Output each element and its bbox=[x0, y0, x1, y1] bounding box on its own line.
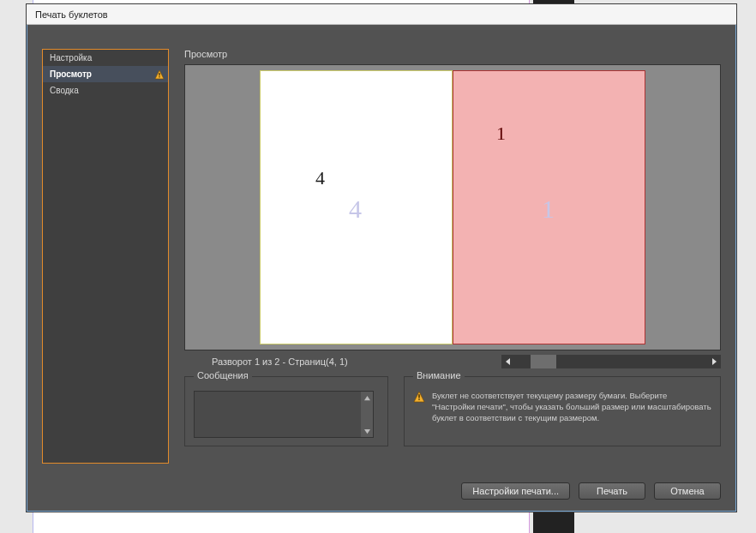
svg-marker-6 bbox=[364, 428, 370, 433]
svg-marker-3 bbox=[506, 358, 510, 365]
attention-text: Буклет не соответствует текущему размеру… bbox=[432, 391, 711, 423]
preview-section-label: Просмотр bbox=[184, 49, 721, 59]
sidebar-item-preview[interactable]: Просмотр bbox=[43, 66, 168, 82]
dialog-button-row: Настройки печати... Печать Отмена bbox=[461, 482, 721, 500]
messages-fieldset: Сообщения bbox=[184, 376, 388, 446]
spread-scroll-track[interactable] bbox=[515, 355, 707, 368]
svg-marker-4 bbox=[712, 358, 717, 365]
svg-rect-2 bbox=[159, 76, 159, 77]
svg-rect-8 bbox=[418, 394, 419, 398]
messages-legend: Сообщения bbox=[194, 370, 252, 380]
page-number-overlay: 1 bbox=[542, 195, 555, 224]
spread-scroll-thumb[interactable] bbox=[531, 355, 556, 368]
sidebar: Настройка Просмотр Сводка bbox=[42, 49, 169, 464]
print-button[interactable]: Печать bbox=[579, 482, 645, 500]
page-number-overlay: 4 bbox=[349, 195, 362, 224]
warning-icon bbox=[413, 391, 425, 404]
sidebar-item-summary[interactable]: Сводка bbox=[43, 82, 168, 99]
page-left: 4 4 bbox=[260, 70, 453, 344]
spread-info-label: Разворот 1 из 2 - Страниц(4, 1) bbox=[212, 356, 348, 367]
svg-marker-5 bbox=[364, 395, 370, 399]
page-number-inner: 4 bbox=[315, 167, 325, 189]
warning-icon bbox=[154, 69, 165, 79]
svg-rect-1 bbox=[159, 73, 159, 75]
sidebar-item-label: Сводка bbox=[50, 86, 79, 95]
spread-scrollbar bbox=[501, 355, 721, 368]
sidebar-item-label: Настройка bbox=[50, 53, 92, 63]
messages-list[interactable] bbox=[194, 391, 374, 438]
attention-fieldset: Внимание Буклет не соответствует текущем… bbox=[404, 376, 721, 446]
sidebar-item-setup[interactable]: Настройка bbox=[43, 50, 168, 66]
dialog-title: Печать буклетов bbox=[35, 9, 108, 20]
attention-legend: Внимание bbox=[413, 370, 465, 380]
page-number-inner: 1 bbox=[496, 123, 506, 145]
sidebar-item-label: Просмотр bbox=[50, 69, 92, 79]
preview-canvas: 4 4 1 1 bbox=[184, 64, 721, 350]
print-booklet-dialog: Печать буклетов Настройка Просмотр Сводк… bbox=[26, 3, 737, 512]
next-spread-button[interactable] bbox=[707, 355, 721, 368]
spread: 4 4 1 1 bbox=[260, 70, 645, 344]
messages-scroll-down[interactable] bbox=[361, 425, 373, 437]
messages-scrollbar bbox=[361, 392, 373, 437]
messages-scroll-up[interactable] bbox=[361, 392, 373, 404]
prev-spread-button[interactable] bbox=[501, 355, 515, 368]
print-settings-button[interactable]: Настройки печати... bbox=[461, 482, 570, 500]
cancel-button[interactable]: Отмена bbox=[654, 482, 721, 500]
dialog-title-bar: Печать буклетов bbox=[27, 4, 736, 25]
page-right: 1 1 bbox=[453, 70, 645, 344]
svg-rect-9 bbox=[418, 398, 419, 399]
